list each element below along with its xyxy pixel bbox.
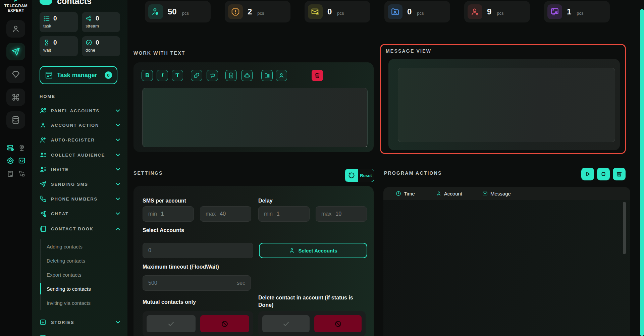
person-icon <box>436 191 441 196</box>
person-icon <box>11 24 20 33</box>
delay-min-input[interactable]: min1 <box>258 206 310 222</box>
rail-premium-button[interactable] <box>6 66 25 83</box>
insert-file-button[interactable] <box>225 70 237 81</box>
sidebar-item-collect-audience[interactable]: COLLECT AUDIENCE <box>40 150 120 160</box>
stat-tile-stream: 0 stream <box>82 12 120 32</box>
link-button[interactable] <box>191 70 202 81</box>
person-list-icon <box>40 166 47 173</box>
person-heart-icon <box>148 4 163 19</box>
title-highlight-pill <box>40 0 52 5</box>
mention-button[interactable] <box>276 70 287 81</box>
stat-tile-done: 0 done <box>82 36 120 56</box>
status-cards-row: 50 pcs 2 pcs 0 pcs 0 pcs 9 pcs <box>145 1 610 22</box>
chevron-down-icon <box>116 183 120 186</box>
sidebar-item-home[interactable]: HOME <box>40 94 55 99</box>
sidebar-item-invite[interactable]: INVITE <box>40 164 120 174</box>
sidebar: contacts 0 task 0 stream 0 wait 0 done T… <box>32 0 127 336</box>
stop-button[interactable] <box>597 168 610 180</box>
sidebar-item-contact-book[interactable]: CONTACT BOOK <box>40 224 120 234</box>
sidebar-item-cheat[interactable]: CHEAT <box>40 209 120 219</box>
sidebar-item-stories[interactable]: STORIES <box>40 317 120 327</box>
sms-max-input[interactable]: max40 <box>200 206 251 222</box>
robot-icon <box>244 72 250 79</box>
submenu-item-sending-to-contacts[interactable]: Sending to contacts <box>41 282 124 296</box>
send-icon <box>11 47 20 56</box>
wait-hourglass-icon <box>43 39 50 46</box>
sidebar-item-account-action[interactable]: ACCOUNT ACTION <box>40 120 120 130</box>
sidebar-item-panel-accounts[interactable]: PANEL ACCOUNTS <box>40 106 120 116</box>
italic-button[interactable]: I <box>157 70 168 81</box>
sms-min-input[interactable]: min1 <box>143 206 194 222</box>
card-sessions: 1 pcs <box>544 1 610 22</box>
text-template-button[interactable] <box>261 70 273 81</box>
select-accounts-button[interactable]: Select Accounts <box>259 243 367 258</box>
rail-database-button[interactable] <box>6 111 25 129</box>
submenu-item-deleting-contacts[interactable]: Deleting contacts <box>41 254 124 268</box>
clipboard-check-icon[interactable] <box>7 170 14 177</box>
swap-icon[interactable] <box>18 170 25 177</box>
chevron-down-icon <box>116 124 120 127</box>
rail-accounts-button[interactable] <box>6 20 25 38</box>
task-manager-badge: 0 <box>105 71 112 79</box>
trash-icon <box>616 171 622 177</box>
page-scrollbar-thumb[interactable] <box>640 9 644 336</box>
clear-text-button[interactable] <box>312 70 323 81</box>
card-undelivered: 0 pcs <box>305 1 370 22</box>
person-cam-icon[interactable] <box>18 144 25 152</box>
sidebar-item-cutoff[interactable] <box>40 333 120 336</box>
sidebar-item-phone-numbers[interactable]: PHONE NUMBERS <box>40 194 120 204</box>
timeout-input[interactable]: 500 sec <box>143 275 251 291</box>
timeout-label: Maximum timeout (FloodWait) <box>143 264 219 270</box>
bold-button[interactable]: B <box>142 70 153 81</box>
submenu-item-inviting-via-contacts[interactable]: Inviting via contacts <box>41 296 124 310</box>
reset-button[interactable]: Reset <box>345 169 374 182</box>
brand-name: TELEGRAM EXPERT <box>0 3 32 13</box>
table-scrollbar[interactable] <box>623 202 626 254</box>
column-message[interactable]: Message <box>482 191 511 197</box>
mail-warning-icon <box>308 4 323 19</box>
program-actions-table: Time Account Message <box>383 187 630 336</box>
sidebar-item-auto-register[interactable]: AUTO-REGISTER <box>40 135 120 145</box>
rail-send-button[interactable] <box>6 43 25 60</box>
page-title-partial: contacts <box>40 0 92 6</box>
block-option[interactable] <box>200 315 249 332</box>
submenu-item-export-contacts[interactable]: Export contacts <box>41 268 124 282</box>
chevron-down-icon <box>116 138 120 142</box>
message-view-title: MESSAGE VIEW <box>386 48 431 54</box>
code-window-icon[interactable] <box>18 157 25 164</box>
bot-text-button[interactable] <box>241 70 253 81</box>
column-time[interactable]: Time <box>396 191 415 197</box>
delay-max-input[interactable]: max10 <box>316 206 367 222</box>
phone-icon <box>40 195 47 202</box>
check-option[interactable] <box>147 315 196 332</box>
person-icon <box>278 72 284 78</box>
gear-icon[interactable] <box>7 157 14 164</box>
person-icon <box>289 247 295 254</box>
stat-tile-wait: 0 wait <box>40 36 78 56</box>
task-manager-icon <box>45 71 53 79</box>
check-icon <box>167 320 175 328</box>
server-check-icon[interactable] <box>7 144 14 152</box>
sidebar-item-sending-sms[interactable]: SENDING SMS <box>40 179 120 189</box>
command-icon <box>12 93 20 101</box>
rail-commands-button[interactable] <box>6 89 25 106</box>
card-banned: 9 pcs <box>464 1 530 22</box>
spin-syntax-button[interactable] <box>207 70 218 81</box>
submenu-item-adding-contacts[interactable]: Adding contacts <box>41 239 124 254</box>
rotate-ccw-icon <box>345 169 358 182</box>
clear-actions-button[interactable] <box>613 168 626 180</box>
task-manager-button[interactable]: Task manager 0 <box>40 66 117 84</box>
text-style-button[interactable]: T <box>172 70 183 81</box>
folder-person-icon <box>388 4 402 19</box>
check-option[interactable] <box>262 315 310 332</box>
selected-accounts-count-input[interactable]: 0 <box>143 243 253 258</box>
text-lines-icon <box>264 72 270 78</box>
settings-title: SETTINGS <box>133 170 163 176</box>
mutual-contacts-toggle <box>143 311 253 336</box>
alert-octagon-icon <box>228 4 243 19</box>
start-button[interactable] <box>581 168 594 180</box>
message-text-input[interactable] <box>142 88 368 147</box>
column-account[interactable]: Account <box>436 191 462 197</box>
block-option[interactable] <box>314 315 362 332</box>
contact-book-submenu: Adding contacts Deleting contacts Export… <box>40 239 124 310</box>
